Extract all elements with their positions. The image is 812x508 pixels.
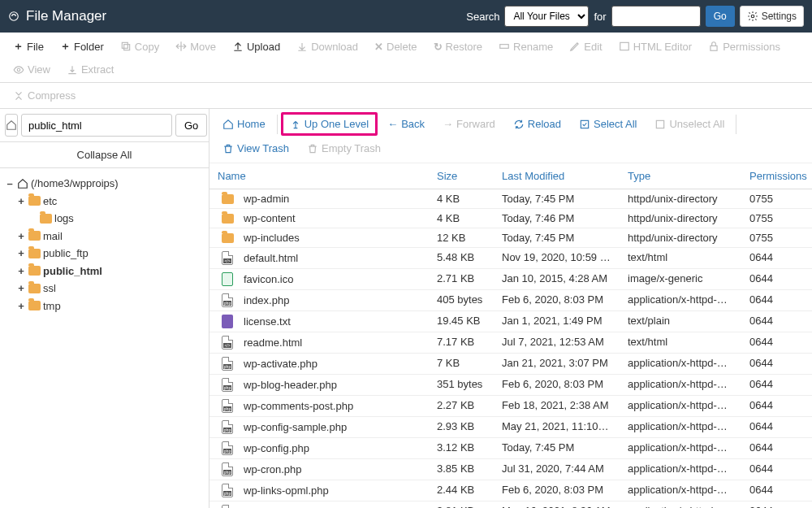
- view-button[interactable]: View: [5, 59, 58, 80]
- file-modified: Jan 10, 2015, 4:28 AM: [494, 269, 620, 289]
- file-modified: Feb 18, 2021, 2:38 AM: [494, 396, 620, 416]
- folder-button[interactable]: ＋Folder: [52, 34, 112, 59]
- tree-toggle-icon[interactable]: +: [16, 228, 26, 245]
- table-row[interactable]: wp-content4 KBToday, 7:46 PMhttpd/unix-d…: [209, 209, 812, 228]
- file-perms: 0644: [741, 501, 806, 508]
- tree-toggle-icon[interactable]: +: [16, 193, 26, 210]
- extract-button[interactable]: Extract: [58, 59, 122, 80]
- table-row[interactable]: license.txt19.45 KBJan 1, 2021, 1:49 PMt…: [209, 311, 812, 332]
- action-bar: Home Up One Level ←Back →Forward Reload …: [209, 109, 812, 163]
- table-row[interactable]: phpwp-comments-post.php2.27 KBFeb 18, 20…: [209, 396, 812, 417]
- tree-toggle-icon[interactable]: +: [16, 245, 26, 262]
- back-action[interactable]: ←Back: [379, 113, 433, 135]
- col-name-header[interactable]: Name: [209, 163, 429, 189]
- collapse-all-button[interactable]: Collapse All: [0, 142, 209, 168]
- table-row[interactable]: phpindex.php405 bytesFeb 6, 2020, 8:03 P…: [209, 290, 812, 311]
- file-name: wp-admin: [244, 193, 289, 205]
- path-input[interactable]: [21, 114, 172, 137]
- path-home-button[interactable]: [5, 114, 18, 137]
- file-name: index.php: [244, 294, 289, 306]
- table-row[interactable]: </>default.html5.48 KBNov 19, 2020, 10:5…: [209, 248, 812, 269]
- for-label: for: [594, 11, 606, 23]
- rename-button[interactable]: Rename: [490, 34, 561, 59]
- home-action[interactable]: Home: [214, 113, 274, 135]
- toolbar: ＋File ＋Folder Copy Move Upload Download …: [0, 33, 812, 83]
- select-all-action[interactable]: Select All: [571, 113, 645, 135]
- tree-toggle-icon[interactable]: +: [16, 298, 26, 315]
- permissions-button[interactable]: Permissions: [700, 34, 788, 59]
- folder-tree: – (/home3/wpproips) +etclogs+mail+public…: [0, 168, 209, 321]
- copy-button[interactable]: Copy: [112, 34, 167, 59]
- tree-root[interactable]: – (/home3/wpproips): [5, 175, 204, 193]
- html-icon: [619, 41, 630, 52]
- path-go-button[interactable]: Go: [175, 114, 207, 137]
- file-name: wp-cron.php: [244, 463, 302, 475]
- file-perms: 0644: [741, 332, 806, 353]
- tree-toggle-icon[interactable]: +: [16, 280, 26, 297]
- up-one-level-action[interactable]: Up One Level: [281, 112, 378, 136]
- tree-toggle-icon[interactable]: –: [5, 176, 15, 192]
- table-row[interactable]: favicon.ico2.71 KBJan 10, 2015, 4:28 AMi…: [209, 269, 812, 290]
- file-name: wp-comments-post.php: [244, 400, 353, 412]
- delete-button[interactable]: ✕Delete: [366, 34, 425, 59]
- tree-node[interactable]: +public_ftp: [5, 245, 204, 263]
- file-table-header: Name Size Last Modified Type Permissions: [209, 163, 812, 189]
- col-perms-header[interactable]: Permissions: [741, 163, 812, 189]
- unselect-all-action[interactable]: Unselect All: [646, 113, 732, 135]
- table-row[interactable]: phpwp-blog-header.php351 bytesFeb 6, 202…: [209, 375, 812, 396]
- path-bar: Go: [0, 109, 209, 142]
- file-perms: 0644: [741, 290, 806, 310]
- col-type-header[interactable]: Type: [620, 163, 741, 189]
- table-row[interactable]: phpwp-config-sample.php2.93 KBMay 21, 20…: [209, 417, 812, 438]
- move-button[interactable]: Move: [167, 34, 224, 59]
- content-area: Home Up One Level ←Back →Forward Reload …: [209, 109, 812, 508]
- table-row[interactable]: phpwp-activate.php7 KBJan 21, 2021, 3:07…: [209, 354, 812, 375]
- view-trash-action[interactable]: View Trash: [214, 137, 297, 159]
- table-row[interactable]: phpwp-config.php3.12 KBToday, 7:45 PMapp…: [209, 438, 812, 459]
- forward-action[interactable]: →Forward: [434, 113, 503, 135]
- table-row[interactable]: wp-admin4 KBToday, 7:45 PMhttpd/unix-dir…: [209, 189, 812, 209]
- tree-node[interactable]: +tmp: [5, 297, 204, 315]
- table-row[interactable]: phpwp-links-opml.php2.44 KBFeb 6, 2020, …: [209, 480, 812, 501]
- col-modified-header[interactable]: Last Modified: [494, 163, 620, 189]
- file-modified: Feb 6, 2020, 8:03 PM: [494, 290, 620, 310]
- file-type: application/x-httpd-php: [620, 459, 741, 480]
- table-row[interactable]: phpwp-load.php3.81 KBMay 16, 2021, 8:36 …: [209, 501, 812, 508]
- folder-icon: [28, 231, 41, 241]
- file-button[interactable]: ＋File: [5, 34, 52, 59]
- table-row[interactable]: </>readme.html7.17 KBJul 7, 2021, 12:53 …: [209, 332, 812, 354]
- html-editor-button[interactable]: HTML Editor: [611, 34, 700, 59]
- file-perms: 0644: [741, 375, 806, 395]
- search-go-button[interactable]: Go: [706, 6, 735, 27]
- download-button[interactable]: Download: [288, 34, 366, 59]
- eye-icon: [13, 64, 24, 76]
- compress-button[interactable]: Compress: [5, 85, 84, 106]
- reload-action[interactable]: Reload: [505, 113, 569, 135]
- home-icon: [6, 119, 17, 131]
- upload-button[interactable]: Upload: [224, 34, 288, 59]
- tree-node[interactable]: +etc: [5, 193, 204, 211]
- tree-toggle-icon[interactable]: +: [16, 263, 26, 280]
- file-size: 4 KB: [429, 209, 494, 228]
- folder-icon: [28, 196, 41, 206]
- file-size: 7 KB: [429, 354, 494, 374]
- checkbox-checked-icon: [579, 119, 590, 130]
- folder-icon: [28, 284, 41, 293]
- search-input[interactable]: [611, 6, 701, 27]
- file-type: text/html: [620, 248, 741, 268]
- file-size: 351 bytes: [429, 375, 494, 395]
- file-perms: 0644: [741, 459, 806, 480]
- table-row[interactable]: phpwp-cron.php3.85 KBJul 31, 2020, 7:44 …: [209, 459, 812, 480]
- empty-trash-action[interactable]: Empty Trash: [299, 137, 389, 159]
- tree-node[interactable]: +ssl: [5, 280, 204, 297]
- tree-node[interactable]: logs: [5, 210, 204, 228]
- table-row[interactable]: wp-includes12 KBToday, 7:45 PMhttpd/unix…: [209, 228, 812, 248]
- file-perms: 0644: [741, 480, 806, 501]
- restore-button[interactable]: ↻Restore: [425, 34, 491, 59]
- edit-button[interactable]: Edit: [561, 34, 610, 59]
- col-size-header[interactable]: Size: [429, 163, 494, 189]
- settings-button[interactable]: Settings: [740, 6, 804, 27]
- tree-node[interactable]: +mail: [5, 228, 204, 245]
- search-scope-select[interactable]: All Your Files: [504, 6, 589, 27]
- tree-node[interactable]: +public_html: [5, 263, 204, 280]
